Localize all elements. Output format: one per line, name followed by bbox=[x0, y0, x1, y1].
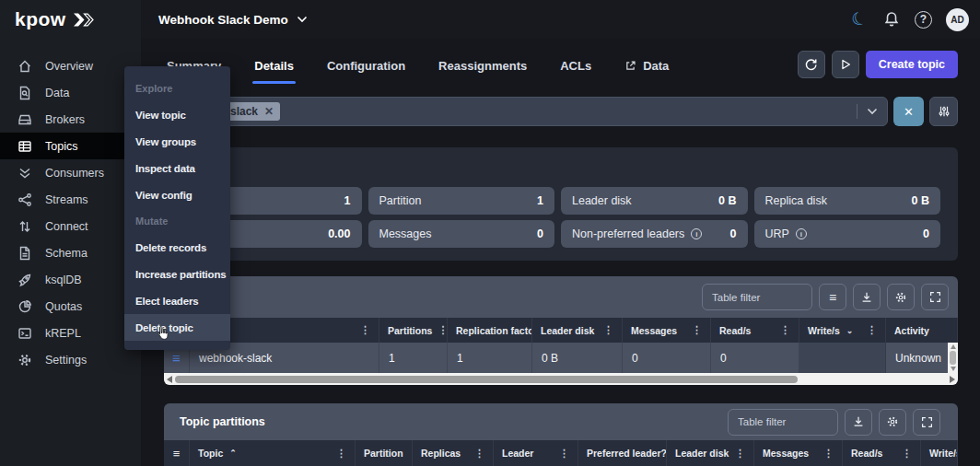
menu-item-delete-records[interactable]: Delete records bbox=[124, 234, 230, 261]
chip-remove-icon[interactable]: ✕ bbox=[264, 105, 274, 118]
menu-item-view-config[interactable]: View config bbox=[124, 181, 230, 208]
menu-item-view-topic[interactable]: View topic bbox=[124, 101, 230, 128]
topic-filter-combobox[interactable]: webhook-slack ✕ bbox=[164, 97, 888, 126]
col-header-write-s[interactable]: Write/s bbox=[921, 440, 958, 466]
scroll-left-icon[interactable] bbox=[167, 376, 172, 383]
menu-item-elect-leaders[interactable]: Elect leaders bbox=[124, 287, 230, 314]
column-kebab-icon[interactable]: ⋮ bbox=[469, 448, 484, 460]
sidebar-item-ksqldb[interactable]: ksqlDB bbox=[0, 266, 141, 293]
table-row[interactable]: ≡ webhook-slack 1 1 0 B 0 0 Unknown bbox=[164, 343, 958, 373]
column-kebab-icon[interactable]: ⋮ bbox=[861, 324, 877, 336]
sidebar-item-overview[interactable]: Overview bbox=[0, 52, 141, 79]
col-header-messages[interactable]: Messages⋮ bbox=[754, 440, 843, 466]
column-kebab-icon[interactable]: ⋮ bbox=[403, 448, 413, 460]
column-kebab-icon[interactable]: ⋮ bbox=[729, 448, 745, 460]
scrollbar-thumb[interactable] bbox=[175, 376, 798, 383]
column-kebab-icon[interactable]: ⋮ bbox=[432, 324, 448, 336]
tab-reassignments[interactable]: Reassignments bbox=[438, 51, 527, 73]
create-topic-button[interactable]: Create topic bbox=[866, 51, 958, 78]
sidebar-item-krepl[interactable]: kREPL bbox=[0, 320, 141, 346]
panel-title: Topic partitions bbox=[180, 415, 265, 428]
pie-chart-icon bbox=[17, 298, 32, 314]
col-header-read-s[interactable]: Read/s⋮ bbox=[843, 440, 921, 466]
tab-configuration[interactable]: Configuration bbox=[327, 51, 405, 73]
partitions-table-header: ≡ Topic⌃⋮ Partition⋮ Replicas⋮ Leader⋮ P… bbox=[164, 440, 958, 466]
chevron-down-icon bbox=[297, 16, 308, 23]
sidebar-item-streams[interactable]: Streams bbox=[0, 186, 141, 213]
kpow-logo[interactable]: kpow bbox=[0, 0, 141, 39]
gear-icon-button[interactable] bbox=[879, 409, 906, 436]
col-header-topic[interactable]: Topic⌃⋮ bbox=[190, 440, 356, 466]
user-avatar[interactable]: AD bbox=[946, 8, 969, 31]
col-header-replication-factor[interactable]: Replication factor⋮ bbox=[448, 318, 532, 343]
tab-data[interactable]: Data bbox=[624, 51, 669, 73]
scrollbar-thumb[interactable] bbox=[950, 351, 956, 365]
horizontal-scrollbar[interactable] bbox=[164, 373, 958, 385]
column-kebab-icon[interactable]: ⋮ bbox=[818, 448, 834, 460]
sidebar-item-connect[interactable]: Connect bbox=[0, 213, 141, 239]
table-filter-input[interactable] bbox=[702, 284, 812, 310]
menu-item-delete-topic[interactable]: Delete topic bbox=[124, 314, 230, 341]
expand-button[interactable] bbox=[913, 409, 940, 436]
cell-write-s bbox=[799, 343, 886, 373]
terminal-icon bbox=[17, 325, 32, 341]
col-header-read-s[interactable]: Read/s⋮ bbox=[711, 318, 799, 343]
sidebar-item-topics[interactable]: Topics bbox=[0, 133, 141, 159]
page-actions: Create topic bbox=[798, 51, 958, 78]
col-header-partition[interactable]: Partition⋮ bbox=[356, 440, 413, 466]
col-header-leader-disk[interactable]: Leader disk⋮ bbox=[532, 318, 623, 343]
column-kebab-icon[interactable]: ⋮ bbox=[686, 324, 702, 336]
table-icon bbox=[17, 138, 32, 154]
sidebar-item-quotas[interactable]: Quotas bbox=[0, 293, 141, 320]
menu-item-inspect-data[interactable]: Inspect data bbox=[124, 155, 230, 181]
info-icon[interactable]: i bbox=[796, 228, 807, 239]
tab-row: Summary Details Configuration Reassignme… bbox=[164, 51, 958, 89]
scroll-down-icon[interactable] bbox=[951, 367, 956, 371]
column-kebab-icon[interactable]: ⋮ bbox=[598, 324, 613, 336]
col-header-partitions[interactable]: Partitions⋮ bbox=[379, 318, 448, 343]
menu-item-increase-partitions[interactable]: Increase partitions bbox=[124, 261, 230, 287]
download-button[interactable] bbox=[853, 284, 881, 310]
list-menu-button[interactable]: ≡ bbox=[819, 284, 846, 310]
notifications-bell-icon[interactable] bbox=[882, 10, 901, 29]
column-kebab-icon[interactable]: ⋮ bbox=[896, 448, 912, 460]
menu-item-view-groups[interactable]: View groups bbox=[124, 128, 230, 155]
col-header-write-s[interactable]: Write/s⌄⋮ bbox=[799, 318, 886, 343]
scroll-right-icon[interactable] bbox=[950, 376, 955, 383]
filter-bar: webhook-slack ✕ ✕ bbox=[164, 97, 958, 126]
sidebar-item-data[interactable]: Data bbox=[0, 79, 141, 106]
col-header-preferred-leader[interactable]: Preferred leader?⋮ bbox=[578, 440, 667, 466]
column-kebab-icon[interactable]: ⋮ bbox=[775, 324, 790, 336]
column-kebab-icon[interactable]: ⋮ bbox=[331, 448, 346, 460]
sidebar: kpow Overview Data Brokers Topics bbox=[0, 0, 141, 466]
sidebar-item-consumers[interactable]: Consumers bbox=[0, 159, 141, 186]
column-kebab-icon[interactable]: ⋮ bbox=[355, 324, 370, 336]
sidebar-item-schema[interactable]: Schema bbox=[0, 239, 141, 266]
expand-button[interactable] bbox=[921, 284, 949, 310]
col-header-messages[interactable]: Messages⋮ bbox=[623, 318, 711, 343]
scroll-up-icon[interactable] bbox=[951, 344, 956, 349]
chevron-down-icon[interactable] bbox=[867, 108, 878, 115]
topbar-actions: ☾ ? AD bbox=[850, 8, 969, 31]
col-header-leader[interactable]: Leader⋮ bbox=[494, 440, 578, 466]
column-kebab-icon[interactable]: ⋮ bbox=[554, 448, 569, 460]
gear-icon-button[interactable] bbox=[887, 284, 915, 310]
play-button[interactable] bbox=[832, 51, 859, 78]
sidebar-item-brokers[interactable]: Brokers bbox=[0, 106, 141, 133]
tab-details[interactable]: Details bbox=[254, 51, 294, 73]
vertical-scrollbar[interactable] bbox=[948, 343, 958, 373]
tab-acls[interactable]: ACLs bbox=[560, 51, 591, 73]
clear-filter-button[interactable]: ✕ bbox=[893, 97, 924, 126]
filter-settings-button[interactable] bbox=[929, 97, 958, 126]
col-header-activity[interactable]: Activity bbox=[886, 318, 958, 343]
table-filter-input[interactable] bbox=[728, 409, 838, 436]
help-icon[interactable]: ? bbox=[915, 11, 932, 29]
col-header-leader-disk[interactable]: Leader disk⋮ bbox=[667, 440, 754, 466]
dark-mode-toggle-moon-icon[interactable]: ☾ bbox=[847, 7, 870, 30]
info-icon[interactable]: i bbox=[691, 228, 702, 239]
sidebar-item-settings[interactable]: Settings bbox=[0, 346, 141, 373]
download-button[interactable] bbox=[845, 409, 872, 436]
refresh-button[interactable] bbox=[798, 51, 825, 78]
environment-selector[interactable]: Webhook Slack Demo bbox=[158, 13, 308, 27]
col-header-replicas[interactable]: Replicas⋮ bbox=[413, 440, 494, 466]
